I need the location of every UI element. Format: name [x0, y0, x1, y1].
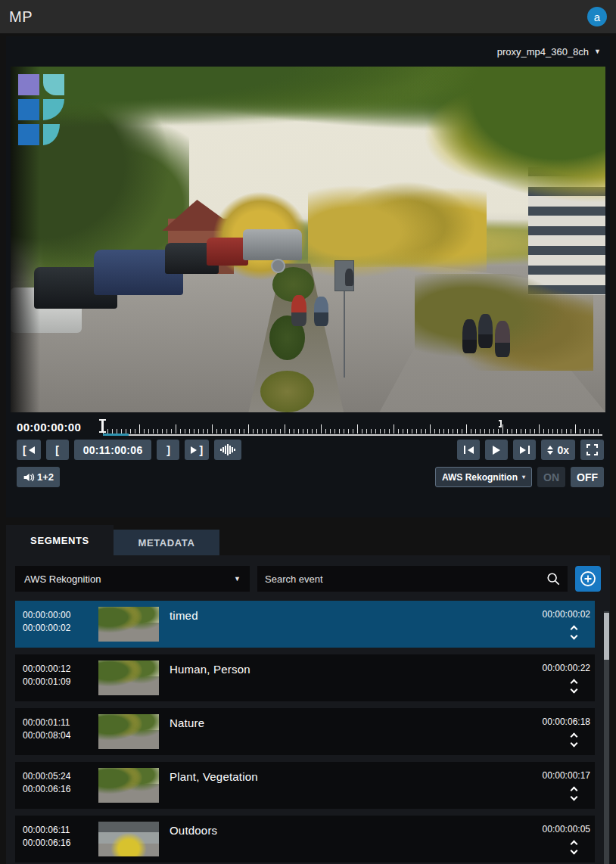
add-segment-button[interactable]	[575, 566, 601, 592]
segment-right: 00:00:00:22	[515, 660, 590, 695]
search-input[interactable]	[265, 573, 546, 585]
scene-pedestrian	[314, 297, 328, 326]
scrollbar-thumb[interactable]	[604, 613, 609, 660]
segment-reorder[interactable]	[571, 680, 577, 692]
segment-row[interactable]: 00:00:00:12 00:00:01:09 Human, Person 00…	[15, 654, 595, 701]
chevron-down-icon[interactable]	[571, 794, 578, 801]
search-icon[interactable]	[546, 572, 560, 586]
app-header: MP a	[0, 0, 616, 33]
tab-metadata[interactable]: METADATA	[114, 530, 219, 555]
skip-back-button[interactable]	[457, 440, 480, 460]
scene-pedestrian	[345, 269, 353, 286]
chevron-down-icon: ▼	[594, 48, 601, 55]
ruler-ticks	[103, 424, 602, 434]
segment-row[interactable]: 00:00:05:24 00:00:06:16 Plant, Vegetatio…	[15, 762, 595, 809]
bracket-in-icon: [	[23, 444, 26, 456]
segment-times: 00:00:00:12 00:00:01:09	[23, 660, 88, 695]
segment-end: 00:00:06:16	[23, 783, 88, 796]
segment-row[interactable]: 00:00:01:11 00:00:08:04 Nature 00:00:06:…	[15, 708, 595, 755]
fullscreen-button[interactable]	[580, 440, 604, 460]
scene-sign-pole	[344, 291, 345, 378]
bracket-out-icon: ]	[166, 444, 170, 456]
goto-out-button[interactable]: ]	[185, 440, 209, 460]
segment-label: Outdoors	[170, 822, 515, 856]
bar-icon	[528, 446, 530, 454]
segment-row[interactable]: 00:00:00:00 00:00:00:02 timed 00:00:00:0…	[15, 601, 595, 648]
segment-reorder[interactable]	[571, 626, 577, 639]
add-circle-icon	[580, 570, 596, 587]
scrollbar[interactable]	[604, 611, 609, 864]
proxy-label: proxy_mp4_360_8ch	[497, 46, 589, 57]
chevron-down-icon: ▼	[234, 575, 241, 583]
logo-tile	[18, 99, 39, 120]
segment-times: 00:00:05:24 00:00:06:16	[23, 768, 88, 803]
tab-segments[interactable]: SEGMENTS	[6, 525, 114, 555]
logo-tile	[43, 74, 64, 95]
scene-tree-canopy-right	[391, 67, 605, 219]
segment-end: 00:00:06:16	[23, 837, 88, 850]
chevron-down-icon[interactable]	[571, 632, 578, 640]
channel-logo	[18, 74, 68, 150]
play-button[interactable]	[485, 440, 508, 460]
segment-right: 00:00:06:18	[515, 714, 590, 749]
segment-reorder[interactable]	[571, 788, 577, 800]
mark-in-button[interactable]: [	[46, 440, 69, 460]
overlay-engine-select[interactable]: AWS Rekognition ▾	[435, 467, 532, 487]
engine-select[interactable]: AWS Rekognition ▼	[15, 566, 250, 592]
segment-end: 00:00:08:04	[23, 729, 88, 742]
skip-forward-button[interactable]	[513, 440, 536, 460]
speed-button[interactable]: 0x	[541, 440, 575, 460]
overlay-engine-label: AWS Rekognition	[442, 472, 518, 483]
bracket-out-icon: ]	[199, 444, 203, 456]
segment-end: 00:00:00:02	[23, 622, 88, 635]
search-box	[257, 566, 568, 592]
triangle-left-icon	[29, 446, 35, 454]
segment-row[interactable]: 00:00:06:11 00:00:06:16 Outdoors 00:00:0…	[15, 816, 595, 862]
timeline: 00:00:00:00	[11, 412, 605, 438]
scene-pedestrian	[462, 319, 477, 354]
segment-reorder[interactable]	[571, 734, 577, 746]
segment-duration: 00:00:06:18	[543, 716, 590, 727]
scene-pedestrian	[478, 314, 493, 349]
mark-timecode-display[interactable]: 00:11:00:06	[74, 440, 152, 460]
segment-times: 00:00:00:00 00:00:00:02	[23, 607, 88, 642]
logo-tile	[43, 124, 60, 145]
segment-start: 00:00:06:11	[23, 824, 88, 837]
segment-right: 00:00:00:02	[515, 607, 590, 642]
overlay-on-button[interactable]: ON	[537, 467, 565, 487]
audio-channels-button[interactable]: 1+2	[17, 467, 60, 487]
proxy-selector[interactable]: proxy_mp4_360_8ch ▼	[11, 36, 605, 67]
segment-start: 00:00:05:24	[23, 770, 88, 783]
playhead[interactable]	[101, 419, 104, 433]
segment-thumb	[98, 822, 159, 856]
segments-panel: AWS Rekognition ▼ 00:00:00:00 00:00:00:0…	[6, 555, 610, 864]
segment-start: 00:00:00:12	[23, 663, 88, 676]
triangle-right-icon	[520, 446, 526, 454]
segment-thumb	[98, 660, 159, 695]
chevron-down-icon[interactable]	[571, 847, 578, 855]
segment-end: 00:00:01:09	[23, 676, 88, 688]
ruler-baseline	[103, 434, 602, 436]
segment-duration: 00:00:00:17	[543, 770, 590, 781]
player-panel: proxy_mp4_360_8ch ▼	[6, 36, 610, 517]
chevron-down-icon[interactable]	[571, 686, 578, 694]
speed-updown-icon	[547, 446, 553, 455]
segment-duration: 00:00:00:22	[543, 663, 590, 673]
waveform-button[interactable]	[214, 440, 241, 460]
logo-tile	[43, 99, 64, 120]
engine-select-value: AWS Rekognition	[24, 573, 101, 585]
timeline-ruler[interactable]	[101, 418, 604, 436]
tab-bar: SEGMENTS METADATA	[6, 525, 610, 555]
overlay-off-button[interactable]: OFF	[571, 467, 604, 487]
user-avatar[interactable]: a	[587, 7, 607, 26]
audio-channels-label: 1+2	[37, 471, 54, 483]
chevron-down-icon[interactable]	[571, 740, 578, 747]
filter-row: AWS Rekognition ▼	[15, 566, 601, 592]
mark-out-button[interactable]: ]	[157, 440, 179, 460]
video-frame[interactable]	[11, 67, 605, 412]
bracket-in-icon: [	[55, 444, 59, 456]
segment-right: 00:00:00:17	[515, 768, 590, 803]
goto-in-button[interactable]: [	[17, 440, 41, 460]
segment-reorder[interactable]	[571, 841, 577, 853]
fullscreen-icon	[586, 444, 598, 455]
